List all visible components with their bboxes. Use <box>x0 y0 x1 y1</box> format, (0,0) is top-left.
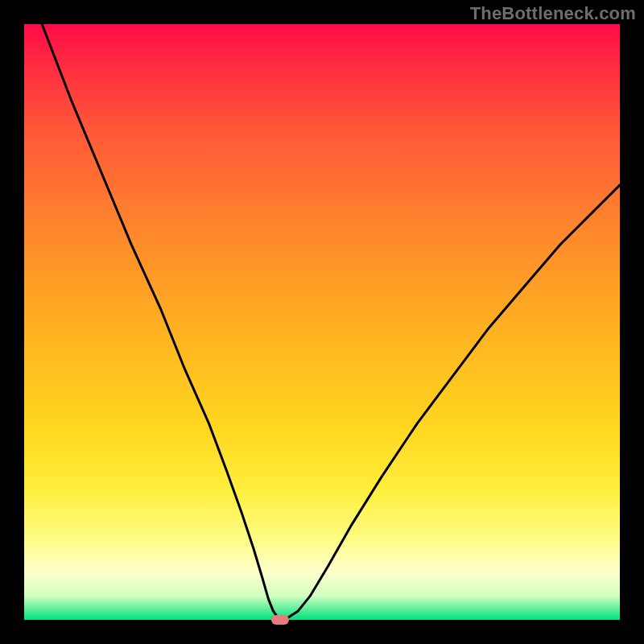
plot-area <box>24 24 620 620</box>
watermark-text: TheBottleneck.com <box>470 3 636 24</box>
chart-frame: TheBottleneck.com <box>0 0 644 644</box>
minimum-marker <box>271 615 289 625</box>
bottleneck-curve <box>24 24 620 620</box>
